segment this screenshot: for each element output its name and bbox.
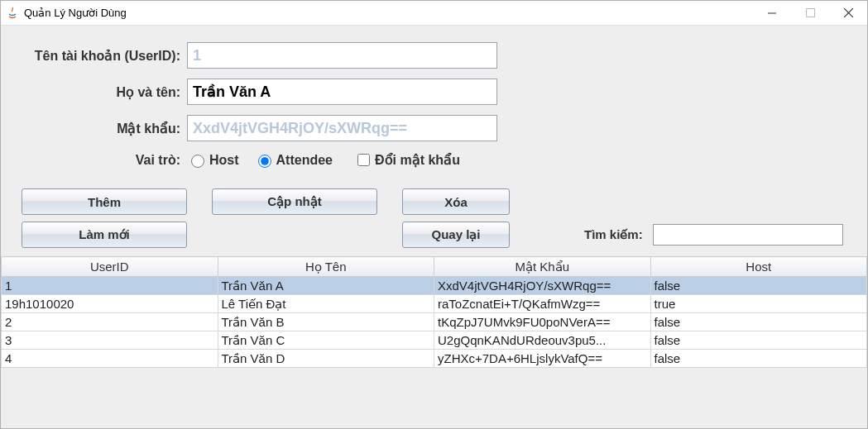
svg-rect-1 [806,9,814,17]
delete-button[interactable]: Xóa [402,188,510,215]
java-icon [6,7,19,20]
table-row[interactable]: 1Trần Văn AXxdV4jtVGH4RjOY/sXWRqg==false [2,277,867,295]
table-header[interactable]: Mật Khẩu [434,257,651,277]
checkbox-changepw-label: Đổi mật khẩu [375,152,460,168]
table-row[interactable]: 2Trần Văn BtKqZpJ7UMvk9FU0poNVerA==false [2,313,867,331]
table-cell: 4 [2,350,218,368]
table-header[interactable]: Họ Tên [218,257,434,277]
table-cell: false [650,277,867,295]
name-label: Họ và tên: [22,84,187,100]
users-table[interactable]: UserIDHọ TênMật KhẩuHost 1Trần Văn AXxdV… [1,256,867,368]
table-cell: 3 [2,331,218,350]
minimize-button[interactable] [753,1,791,26]
table-cell: Trần Văn A [218,277,434,295]
table-row[interactable]: 19h1010020Lê Tiến ĐạtraToZcnatEi+T/QKafm… [2,295,867,313]
radio-host-wrap[interactable]: Host [187,152,239,168]
titlebar: Quản Lý Người Dùng [1,1,867,26]
search-label: Tìm kiếm: [584,227,643,242]
row-role: Vai trò: Host Attendee Đổi mật khẩu [22,151,846,169]
table-cell: 19h1010020 [2,295,218,313]
window-controls [753,1,867,26]
table-cell: false [650,350,867,368]
role-group: Host Attendee Đổi mật khẩu [187,151,460,169]
table-cell: U2gQqnKANdURdeouv3pu5... [434,331,651,350]
table-cell: Trần Văn D [218,350,434,368]
password-label: Mật khẩu: [22,121,187,136]
userid-input [187,42,497,69]
button-row-1: Thêm Cập nhật Xóa [22,188,846,215]
table-cell: raToZcnatEi+T/QKafmWzg== [434,295,651,313]
table-cell: yZHXc+7DA+6HLjslykVafQ== [434,350,651,368]
row-password: Mật khẩu: [22,115,846,141]
table-cell: true [650,295,867,313]
table-row[interactable]: 4Trần Văn DyZHXc+7DA+6HLjslykVafQ==false [2,350,867,368]
search-input[interactable] [653,224,843,245]
maximize-button[interactable] [791,1,829,26]
table-wrap: UserIDHọ TênMật KhẩuHost 1Trần Văn AXxdV… [1,256,867,368]
add-button[interactable]: Thêm [22,188,187,215]
table-cell: false [650,331,867,350]
table-header[interactable]: Host [650,257,867,277]
table-cell: false [650,313,867,331]
role-label: Vai trò: [22,153,187,168]
table-cell: Lê Tiến Đạt [218,295,434,313]
row-name: Họ và tên: [22,79,846,105]
radio-host-label: Host [209,153,239,168]
table-cell: tKqZpJ7UMvk9FU0poNVerA== [434,313,651,331]
refresh-button[interactable]: Làm mới [22,222,187,248]
radio-host[interactable] [191,155,204,168]
row-userid: Tên tài khoản (UserID): [22,42,846,69]
window-title: Quản Lý Người Dùng [24,7,753,19]
app-window: Quản Lý Người Dùng Tên tài khoản (UserID… [0,0,868,429]
update-button[interactable]: Cập nhật [212,188,377,215]
table-cell: Trần Văn C [218,331,434,350]
table-cell: 1 [2,277,218,295]
radio-attendee[interactable] [258,155,271,168]
name-input[interactable] [187,79,497,105]
table-cell: 2 [2,313,218,331]
userid-label: Tên tài khoản (UserID): [22,48,187,64]
table-header[interactable]: UserID [2,257,218,277]
table-row[interactable]: 3Trần Văn CU2gQqnKANdURdeouv3pu5...false [2,331,867,350]
radio-attendee-label: Attendee [276,153,333,168]
button-row-2: Làm mới Quay lại Tìm kiếm: [22,222,846,248]
back-button[interactable]: Quay lại [402,222,510,248]
checkbox-changepw-wrap[interactable]: Đổi mật khẩu [354,151,460,169]
table-cell: XxdV4jtVGH4RjOY/sXWRqg== [434,277,651,295]
form-panel: Tên tài khoản (UserID): Họ và tên: Mật k… [1,26,867,428]
password-input [187,115,497,141]
radio-attendee-wrap[interactable]: Attendee [254,152,333,168]
table-cell: Trần Văn B [218,313,434,331]
close-button[interactable] [829,1,867,26]
checkbox-changepw[interactable] [357,154,370,166]
